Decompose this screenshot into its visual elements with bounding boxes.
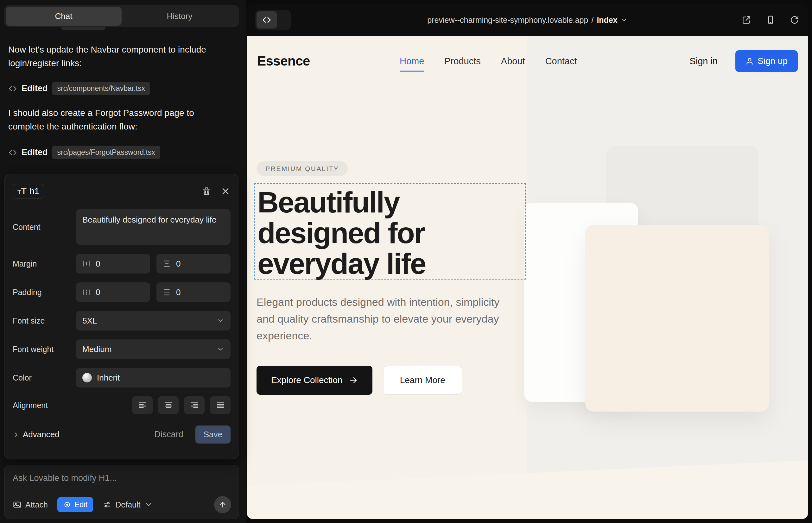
margin-label: Margin — [13, 259, 76, 269]
font-size-select[interactable]: 5XL — [76, 311, 231, 330]
user-icon — [745, 57, 754, 65]
element-tag-pill: TT h1 — [13, 184, 44, 198]
nav-link-home[interactable]: Home — [400, 56, 424, 67]
preview-url-bar[interactable]: preview--charming-site-symphony.lovable.… — [427, 16, 628, 25]
margin-x-input[interactable]: 0 — [76, 254, 150, 273]
code-icon — [262, 15, 271, 25]
site-nav-links: Home Products About Contact — [400, 56, 577, 67]
trash-icon[interactable] — [201, 186, 212, 196]
refresh-icon[interactable] — [790, 15, 800, 25]
premium-quality-badge: PREMIUM QUALITY — [257, 161, 348, 176]
content-row: Content Beautifully designed for everyda… — [13, 209, 231, 245]
edit-mode-button[interactable]: Edit — [57, 497, 93, 512]
font-weight-row: Font weight Medium — [13, 339, 231, 359]
selected-element-outline[interactable]: Beautifully designed for everyday life — [254, 183, 526, 279]
padding-label: Padding — [13, 288, 76, 297]
color-label: Color — [13, 373, 76, 382]
nav-link-products[interactable]: Products — [444, 56, 480, 67]
element-tag-name: h1 — [30, 186, 39, 196]
margin-vertical-icon — [163, 259, 171, 268]
align-right-icon — [190, 400, 199, 410]
padding-y-input[interactable]: 0 — [156, 283, 231, 302]
content-textarea[interactable]: Beautifully designed for everyday life — [76, 209, 231, 245]
inspector-header: TT h1 — [13, 182, 231, 200]
site-logo[interactable]: Essence — [257, 54, 310, 69]
url-page: index — [597, 16, 617, 25]
url-divider: / — [591, 16, 594, 25]
code-view-toggle[interactable] — [255, 10, 291, 30]
nav-link-contact[interactable]: Contact — [545, 56, 577, 67]
text-size-icon: TT — [17, 186, 27, 196]
file-chip[interactable]: src/pages/ForgotPassword.tsx — [52, 146, 160, 159]
padding-x-input[interactable]: 0 — [76, 283, 150, 302]
arrow-right-icon — [349, 376, 358, 385]
padding-row: Padding 0 0 — [13, 283, 231, 302]
chevron-down-icon — [621, 16, 628, 23]
learn-more-button[interactable]: Learn More — [383, 366, 462, 395]
margin-horizontal-icon — [82, 259, 91, 268]
margin-row: Margin 0 0 — [13, 254, 231, 273]
alignment-label: Alignment — [13, 401, 76, 410]
tab-chat[interactable]: Chat — [6, 7, 122, 26]
decor-shape-cream — [585, 225, 769, 412]
chevron-right-icon — [13, 431, 20, 438]
color-row: Color Inherit — [13, 368, 231, 387]
preview-chrome-bar: preview--charming-site-symphony.lovable.… — [247, 4, 808, 36]
code-icon — [8, 148, 17, 157]
site-preview: Essence Home Products About Contact Sign… — [247, 36, 808, 519]
tab-history[interactable]: History — [122, 7, 237, 26]
hero-heading[interactable]: Beautifully designed for everyday life — [258, 187, 525, 279]
mode-select[interactable]: Default — [103, 500, 153, 509]
alignment-row: Alignment — [13, 396, 231, 414]
open-external-icon[interactable] — [741, 15, 752, 25]
attach-button[interactable]: Attach — [13, 500, 48, 509]
sidebar-tabbar: Chat History — [4, 5, 239, 27]
chevron-down-icon — [144, 500, 153, 509]
site-navbar: Essence Home Products About Contact Sign… — [247, 36, 808, 86]
edited-label: Edited — [21, 84, 48, 93]
font-size-label: Font size — [13, 316, 76, 325]
padding-horizontal-icon — [82, 288, 91, 296]
content-label: Content — [13, 222, 76, 232]
target-icon — [63, 501, 71, 509]
discard-button[interactable]: Discard — [154, 430, 183, 439]
align-left-button[interactable] — [132, 396, 153, 414]
send-button[interactable] — [214, 496, 231, 513]
element-inspector-panel: TT h1 Content Beautifully designed for e… — [4, 174, 239, 459]
url-host: preview--charming-site-symphony.lovable.… — [427, 16, 588, 25]
explore-collection-button[interactable]: Explore Collection — [257, 366, 372, 395]
composer-input[interactable] — [13, 473, 231, 483]
edited-file-row: Edited src/pages/ForgotPassword.tsx — [8, 146, 160, 159]
code-segment[interactable] — [257, 12, 277, 29]
sliders-icon — [103, 500, 111, 509]
align-justify-icon — [216, 400, 225, 410]
edited-file-row: Edited src/components/Navbar.tsx — [8, 82, 150, 95]
save-button[interactable]: Save — [195, 426, 231, 444]
chat-sidebar: Chat History Now let's update the Navbar… — [0, 0, 246, 523]
close-icon[interactable] — [220, 186, 231, 196]
chat-message: Now let's update the Navbar component to… — [8, 43, 232, 70]
mobile-view-icon[interactable] — [765, 15, 776, 25]
advanced-toggle[interactable]: Advanced — [13, 430, 59, 439]
file-chip[interactable]: src/components/Navbar.tsx — [52, 82, 150, 95]
nav-link-about[interactable]: About — [501, 56, 525, 67]
image-icon — [13, 500, 21, 509]
color-swatch — [82, 373, 92, 382]
font-size-row: Font size 5XL — [13, 311, 231, 330]
font-weight-label: Font weight — [13, 345, 76, 354]
color-select[interactable]: Inherit — [76, 368, 231, 387]
font-weight-select[interactable]: Medium — [76, 339, 231, 359]
sign-up-button[interactable]: Sign up — [735, 50, 798, 72]
align-left-icon — [138, 400, 147, 410]
chevron-down-icon — [217, 345, 224, 353]
align-right-button[interactable] — [184, 396, 205, 414]
inspector-footer: Advanced Discard Save — [13, 426, 231, 444]
chevron-down-icon — [217, 317, 224, 325]
margin-y-input[interactable]: 0 — [156, 254, 231, 273]
align-center-button[interactable] — [158, 396, 179, 414]
align-justify-button[interactable] — [210, 396, 231, 414]
arrow-up-icon — [218, 501, 227, 509]
hero-paragraph: Elegant products designed with intention… — [257, 294, 510, 344]
sign-in-link[interactable]: Sign in — [689, 56, 718, 67]
chat-message: I should also create a Forgot Password p… — [8, 106, 232, 133]
